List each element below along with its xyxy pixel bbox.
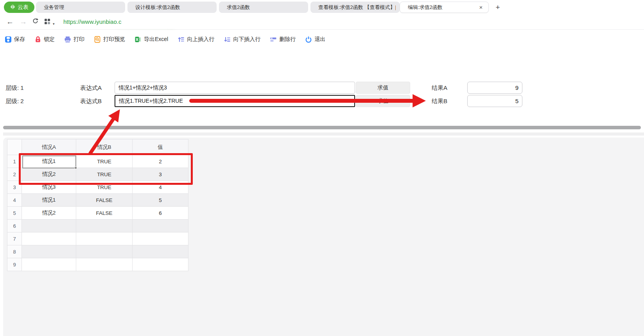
tab-bar: 云表 业务管理 设计模板:求值2函数 求值2函数 查看模板:求值2函数 【查看模… — [0, 0, 644, 14]
table-cell[interactable] — [76, 245, 133, 258]
row-header[interactable]: 9 — [7, 258, 22, 271]
table-cell[interactable] — [22, 220, 76, 232]
evaluate-a-button[interactable]: 求值 — [356, 82, 410, 94]
app-logo-label: 云表 — [18, 4, 29, 11]
result-a-label: 结果A — [432, 82, 447, 94]
new-tab-button[interactable]: + — [493, 2, 503, 13]
save-button[interactable]: 保存 — [5, 36, 25, 43]
row-header[interactable]: 6 — [7, 220, 22, 232]
table-cell[interactable] — [133, 258, 188, 271]
column-header-a[interactable]: 情况A — [22, 139, 76, 155]
table-cell[interactable] — [22, 232, 76, 245]
table-cell[interactable]: TRUE — [76, 155, 133, 168]
result-a-input[interactable] — [467, 82, 522, 94]
diamond-logo-icon — [10, 4, 16, 11]
table-cell[interactable] — [133, 245, 188, 258]
row-header[interactable]: 8 — [7, 245, 22, 258]
insert-row-below-button[interactable]: 向下插入行 — [224, 36, 260, 43]
horizontal-scrollbar[interactable] — [3, 126, 641, 129]
table-cell[interactable] — [22, 245, 76, 258]
print-preview-button[interactable]: 打印预览 — [94, 36, 125, 43]
print-preview-icon — [94, 36, 101, 43]
back-icon[interactable]: ← — [6, 18, 14, 25]
table-cell[interactable]: 2 — [133, 155, 188, 168]
table-cell[interactable]: 5 — [133, 194, 188, 207]
panel-top-strip — [3, 132, 644, 136]
expression-a-input[interactable] — [115, 82, 355, 94]
table-cell[interactable]: FALSE — [76, 194, 133, 207]
table-cell[interactable] — [22, 258, 76, 271]
expression-b-label: 表达式B — [80, 95, 102, 107]
excel-icon — [135, 36, 142, 43]
table-cell[interactable] — [133, 220, 188, 232]
tab-design-template[interactable]: 设计模板:求值2函数 — [127, 2, 217, 13]
browser-window: 云表 业务管理 设计模板:求值2函数 求值2函数 查看模板:求值2函数 【查看模… — [0, 0, 644, 336]
print-button[interactable]: 打印 — [64, 36, 84, 43]
app-toolbar: 保存 锁定 打印 打印预览 导出Excel 向上插入行 向下插入行 删除行 — [0, 30, 644, 49]
table-cell[interactable]: 情况1 — [22, 155, 76, 168]
apps-grid-caret-icon[interactable]: ▾ — [53, 22, 55, 26]
table-cell[interactable]: 3 — [133, 168, 188, 181]
table-cell[interactable] — [76, 258, 133, 271]
sheet-panel: 情况A 情况B 值 1 情况1 TRUE 2 2 情况2 TRUE 3 3 情况… — [3, 138, 644, 336]
table-cell[interactable] — [133, 232, 188, 245]
table-cell[interactable]: TRUE — [76, 181, 133, 194]
save-icon — [5, 36, 12, 43]
column-header-v[interactable]: 值 — [133, 139, 188, 155]
row-header[interactable]: 5 — [7, 207, 22, 220]
insert-row-below-icon — [224, 36, 231, 43]
tab-view-template[interactable]: 查看模板:求值2函数 【查看模式】[编 — [310, 2, 400, 13]
exit-button[interactable]: 退出 — [305, 36, 325, 43]
url-text[interactable]: https://www.iyunbiao.c — [63, 18, 121, 25]
row-header[interactable]: 1 — [7, 155, 22, 168]
export-excel-button[interactable]: 导出Excel — [135, 36, 168, 43]
table-cell[interactable]: 情况2 — [22, 207, 76, 220]
printer-icon — [64, 36, 71, 43]
insert-row-above-button[interactable]: 向上插入行 — [178, 36, 214, 43]
close-icon[interactable]: × — [477, 4, 484, 11]
row-header[interactable]: 4 — [7, 194, 22, 207]
table-cell[interactable]: 6 — [133, 207, 188, 220]
expression-b-input[interactable] — [115, 95, 355, 107]
forward-icon: → — [20, 18, 27, 25]
table-cell[interactable]: 情况3 — [22, 181, 76, 194]
row-header[interactable]: 3 — [7, 181, 22, 194]
table-cell[interactable] — [76, 220, 133, 232]
lock-icon — [34, 36, 41, 43]
data-table: 情况A 情况B 值 1 情况1 TRUE 2 2 情况2 TRUE 3 3 情况… — [7, 139, 188, 271]
expression-a-label: 表达式A — [80, 82, 102, 94]
result-b-input[interactable] — [467, 95, 522, 107]
table-cell[interactable]: 情况2 — [22, 168, 76, 181]
delete-row-icon — [270, 36, 277, 43]
table-cell[interactable]: TRUE — [76, 168, 133, 181]
table-cell[interactable]: FALSE — [76, 207, 133, 220]
reload-icon[interactable] — [32, 18, 39, 26]
level-label-1: 层级: 1 — [5, 82, 24, 94]
corner-header-cell[interactable] — [7, 139, 22, 155]
apps-grid-icon[interactable] — [45, 19, 50, 24]
table-cell[interactable] — [76, 232, 133, 245]
row-header[interactable]: 2 — [7, 168, 22, 181]
lock-button[interactable]: 锁定 — [34, 36, 55, 43]
row-header[interactable]: 7 — [7, 232, 22, 245]
address-bar: ← → ▾ https://www.iyunbiao.c — [0, 14, 644, 30]
level-label-2: 层级: 2 — [5, 95, 24, 107]
table-cell[interactable]: 情况1 — [22, 194, 76, 207]
app-logo-button[interactable]: 云表 — [4, 2, 34, 13]
tab-qiuzhi2[interactable]: 求值2函数 — [219, 2, 308, 13]
evaluate-b-button[interactable]: 求值 — [356, 95, 410, 107]
tab-edit-active[interactable]: 编辑:求值2函数 × — [400, 2, 489, 13]
tab-business-management[interactable]: 业务管理 — [36, 2, 125, 13]
result-b-label: 结果B — [432, 95, 447, 107]
exit-power-icon — [305, 36, 312, 43]
delete-row-button[interactable]: 删除行 — [270, 36, 296, 43]
column-header-b[interactable]: 情况B — [76, 139, 133, 155]
insert-row-above-icon — [178, 36, 185, 43]
table-cell[interactable]: 4 — [133, 181, 188, 194]
